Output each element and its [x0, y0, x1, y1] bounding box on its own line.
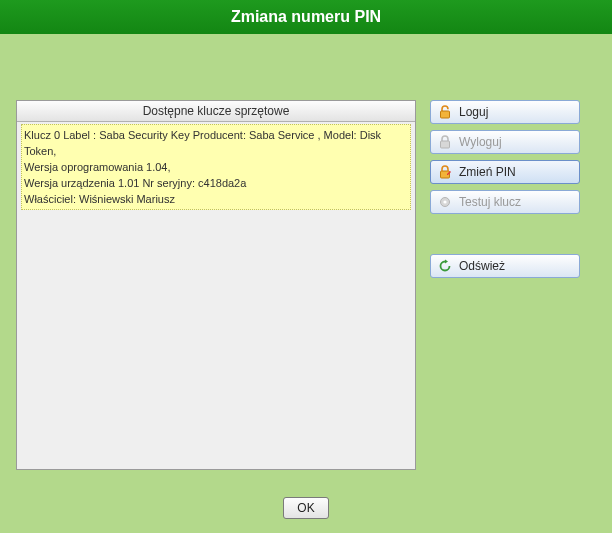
unlock-icon: [437, 104, 453, 120]
hardware-key-item[interactable]: Klucz 0 Label : Saba Security Key Produc…: [21, 124, 411, 210]
pin-change-dialog: Zmiana numeru PIN Dostępne klucze sprzęt…: [0, 0, 612, 533]
change-pin-button-label: Zmień PIN: [459, 165, 516, 179]
hardware-keys-header: Dostępne klucze sprzętowe: [17, 101, 415, 122]
actions-panel: Loguj Wyloguj Zmień PIN Testuj klucz: [430, 100, 580, 284]
logout-button-label: Wyloguj: [459, 135, 502, 149]
hardware-keys-panel: Dostępne klucze sprzętowe Klucz 0 Label …: [16, 100, 416, 470]
svg-rect-1: [441, 141, 450, 148]
dialog-footer: OK: [0, 497, 612, 519]
login-button[interactable]: Loguj: [430, 100, 580, 124]
svg-point-4: [443, 200, 446, 203]
lock-icon: [437, 134, 453, 150]
hardware-keys-list[interactable]: Klucz 0 Label : Saba Security Key Produc…: [17, 122, 415, 212]
hardware-key-line3: Wersja urządzenia 1.01 Nr seryjny: c418d…: [24, 177, 246, 189]
test-key-button-label: Testuj klucz: [459, 195, 521, 209]
hardware-key-line1: Klucz 0 Label : Saba Security Key Produc…: [24, 129, 381, 157]
hardware-key-line2: Wersja oprogramowania 1.04,: [24, 161, 171, 173]
refresh-icon: [437, 258, 453, 274]
logout-button: Wyloguj: [430, 130, 580, 154]
key-edit-icon: [437, 164, 453, 180]
gear-icon: [437, 194, 453, 210]
ok-button[interactable]: OK: [283, 497, 329, 519]
refresh-button-label: Odśwież: [459, 259, 505, 273]
hardware-key-line4: Właściciel: Wiśniewski Mariusz: [24, 193, 175, 205]
refresh-button[interactable]: Odśwież: [430, 254, 580, 278]
change-pin-button[interactable]: Zmień PIN: [430, 160, 580, 184]
dialog-body: Dostępne klucze sprzętowe Klucz 0 Label …: [16, 100, 596, 473]
test-key-button: Testuj klucz: [430, 190, 580, 214]
dialog-title: Zmiana numeru PIN: [0, 0, 612, 34]
svg-rect-0: [441, 111, 450, 118]
login-button-label: Loguj: [459, 105, 488, 119]
